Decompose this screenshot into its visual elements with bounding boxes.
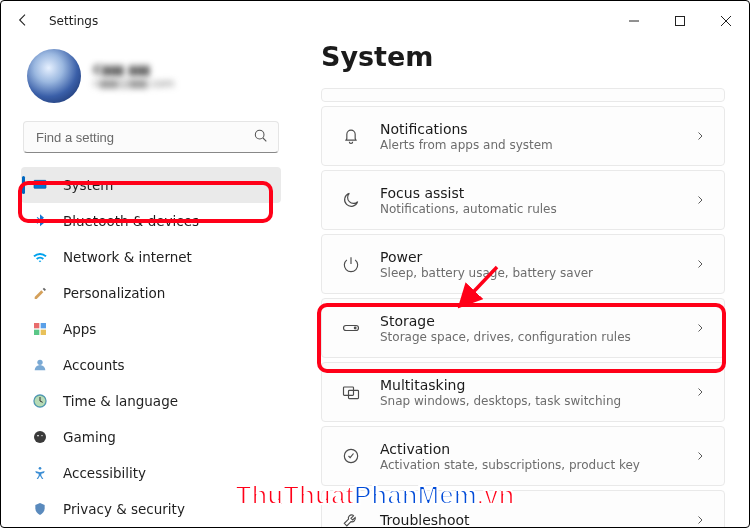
row-sub: Sleep, battery usage, battery saver xyxy=(380,266,676,280)
chevron-right-icon xyxy=(694,191,706,210)
apps-icon xyxy=(31,320,49,338)
svg-rect-4 xyxy=(34,323,39,328)
titlebar: Settings xyxy=(1,1,749,41)
row-sub: Storage space, drives, configuration rul… xyxy=(380,330,676,344)
user-name: C▮▮▮ ▮▮▮ xyxy=(93,62,174,77)
bell-icon xyxy=(340,125,362,147)
content: System Notifications Alerts from apps an… xyxy=(291,41,745,527)
sidebar-item-accounts[interactable]: Accounts xyxy=(21,347,281,383)
svg-point-1 xyxy=(255,130,264,139)
svg-rect-0 xyxy=(676,17,685,26)
svg-point-12 xyxy=(39,467,42,470)
sidebar-item-gaming[interactable]: Gaming xyxy=(21,419,281,455)
sidebar-item-network[interactable]: Network & internet xyxy=(21,239,281,275)
back-button[interactable] xyxy=(15,12,39,31)
sidebar-item-label: Bluetooth & devices xyxy=(63,213,199,229)
svg-point-8 xyxy=(37,360,42,365)
svg-rect-7 xyxy=(41,330,46,335)
sidebar-item-system[interactable]: System xyxy=(21,167,281,203)
row-sub: Notifications, automatic rules xyxy=(380,202,676,216)
accessibility-icon xyxy=(31,464,49,482)
sidebar-item-label: Apps xyxy=(63,321,96,337)
page-title: System xyxy=(321,41,725,72)
search-input[interactable] xyxy=(23,121,279,153)
row-sub: Snap windows, desktops, task switching xyxy=(380,394,676,408)
power-icon xyxy=(340,253,362,275)
sidebar-item-label: Network & internet xyxy=(63,249,192,265)
svg-rect-6 xyxy=(34,330,39,335)
chevron-right-icon xyxy=(694,383,706,402)
svg-point-11 xyxy=(34,431,46,443)
activation-icon xyxy=(340,445,362,467)
sidebar-item-apps[interactable]: Apps xyxy=(21,311,281,347)
svg-rect-2 xyxy=(34,180,46,188)
svg-point-14 xyxy=(354,327,356,329)
moon-icon xyxy=(340,189,362,211)
chevron-right-icon xyxy=(694,511,706,528)
chevron-right-icon xyxy=(694,127,706,146)
gaming-icon xyxy=(31,428,49,446)
sidebar-item-label: Privacy & security xyxy=(63,501,185,517)
row-sub: Activation state, subscriptions, product… xyxy=(380,458,676,472)
settings-row-storage[interactable]: Storage Storage space, drives, configura… xyxy=(321,298,725,358)
sidebar-item-label: Gaming xyxy=(63,429,116,445)
row-title: Notifications xyxy=(380,121,676,137)
close-button[interactable] xyxy=(703,1,749,41)
sidebar-item-accessibility[interactable]: Accessibility xyxy=(21,455,281,491)
sidebar: C▮▮▮ ▮▮▮ n▮▮▮@▮▮▮.com System Bluetooth &… xyxy=(11,41,291,527)
minimize-button[interactable] xyxy=(611,1,657,41)
user-email: n▮▮▮@▮▮▮.com xyxy=(93,77,174,90)
sidebar-item-personalization[interactable]: Personalization xyxy=(21,275,281,311)
settings-list: Notifications Alerts from apps and syste… xyxy=(321,88,725,527)
maximize-button[interactable] xyxy=(657,1,703,41)
window-title: Settings xyxy=(49,14,98,28)
nav-list: System Bluetooth & devices Network & int… xyxy=(21,167,281,527)
drive-icon xyxy=(340,317,362,339)
chevron-right-icon xyxy=(694,319,706,338)
multitasking-icon xyxy=(340,381,362,403)
profile-block[interactable]: C▮▮▮ ▮▮▮ n▮▮▮@▮▮▮.com xyxy=(21,45,281,121)
row-title: Storage xyxy=(380,313,676,329)
svg-rect-5 xyxy=(41,323,46,328)
search-wrap xyxy=(23,121,279,153)
settings-row-activation[interactable]: Activation Activation state, subscriptio… xyxy=(321,426,725,486)
accounts-icon xyxy=(31,356,49,374)
row-title: Power xyxy=(380,249,676,265)
chevron-right-icon xyxy=(694,255,706,274)
settings-row-power[interactable]: Power Sleep, battery usage, battery save… xyxy=(321,234,725,294)
sidebar-item-label: System xyxy=(63,177,113,193)
wrench-icon xyxy=(340,509,362,527)
wifi-icon xyxy=(31,248,49,266)
display-icon xyxy=(31,176,49,194)
row-title: Focus assist xyxy=(380,185,676,201)
sidebar-item-bluetooth[interactable]: Bluetooth & devices xyxy=(21,203,281,239)
sidebar-item-label: Time & language xyxy=(63,393,178,409)
clock-globe-icon xyxy=(31,392,49,410)
sidebar-item-privacy[interactable]: Privacy & security xyxy=(21,491,281,527)
settings-row-peek[interactable] xyxy=(321,88,725,102)
bluetooth-icon xyxy=(31,212,49,230)
sidebar-item-label: Personalization xyxy=(63,285,165,301)
sidebar-item-label: Accessibility xyxy=(63,465,146,481)
sidebar-item-time[interactable]: Time & language xyxy=(21,383,281,419)
sidebar-item-label: Accounts xyxy=(63,357,125,373)
chevron-right-icon xyxy=(694,447,706,466)
row-title: Activation xyxy=(380,441,676,457)
settings-row-focus[interactable]: Focus assist Notifications, automatic ru… xyxy=(321,170,725,230)
row-title: Troubleshoot xyxy=(380,512,676,527)
settings-row-troubleshoot[interactable]: Troubleshoot xyxy=(321,490,725,527)
avatar xyxy=(27,49,81,103)
settings-row-notifications[interactable]: Notifications Alerts from apps and syste… xyxy=(321,106,725,166)
row-title: Multitasking xyxy=(380,377,676,393)
shield-icon xyxy=(31,500,49,518)
search-icon xyxy=(253,128,269,148)
paintbrush-icon xyxy=(31,284,49,302)
settings-row-multitasking[interactable]: Multitasking Snap windows, desktops, tas… xyxy=(321,362,725,422)
row-sub: Alerts from apps and system xyxy=(380,138,676,152)
